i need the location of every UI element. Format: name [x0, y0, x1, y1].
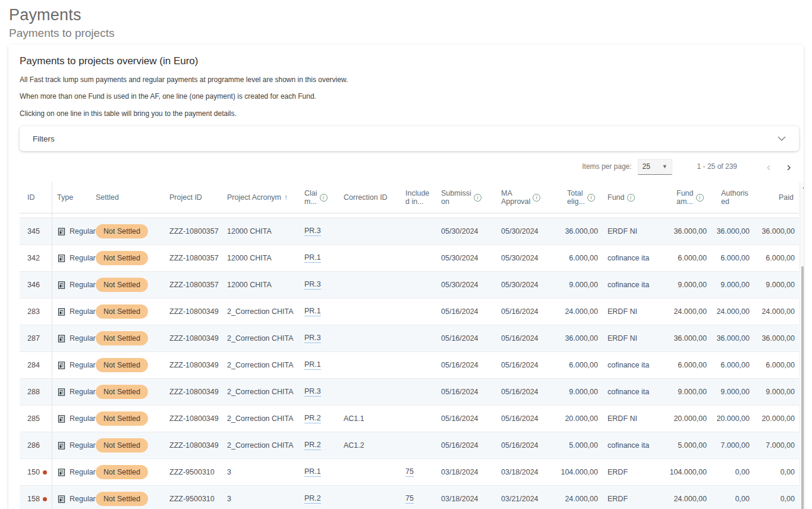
- header-project-id[interactable]: Project ID: [169, 182, 227, 213]
- description-line: All Fast track lump sum payments and reg…: [20, 76, 799, 84]
- table-row[interactable]: 284 Regular Not Settled ZZZ-10800349 2_C…: [20, 352, 799, 379]
- claim-link[interactable]: PR.2: [304, 441, 321, 450]
- table-row[interactable]: 342 Regular Not Settled ZZZ-10800357 120…: [20, 245, 799, 272]
- authorised: 24.000,00: [709, 299, 752, 325]
- table-row[interactable]: 346 Regular Not Settled ZZZ-10800357 120…: [20, 272, 799, 299]
- table-row[interactable]: 345 Regular Not Settled ZZZ-10800357 120…: [20, 218, 799, 245]
- filters-expansion-panel[interactable]: Filters: [20, 126, 799, 151]
- claim-link[interactable]: PR.2: [304, 494, 321, 504]
- claim-link[interactable]: PR.1: [304, 307, 321, 316]
- info-icon[interactable]: i: [587, 194, 595, 202]
- dropdown-arrow-icon: ▼: [662, 164, 668, 169]
- info-icon[interactable]: i: [533, 194, 540, 202]
- paid: 0,00: [752, 486, 797, 509]
- paid: 9.000,00: [752, 379, 797, 405]
- fund: cofinance ita: [600, 432, 667, 458]
- header-authorised[interactable]: Authoris ed: [709, 182, 752, 213]
- project-acronym: 2_Correction CHITA: [227, 325, 304, 351]
- table-row[interactable]: 150 Regular Not Settled ZZZ-9500310 3 PR…: [20, 459, 799, 486]
- next-page-button[interactable]: ›: [779, 156, 799, 177]
- header-claim[interactable]: Clai m... i: [304, 182, 344, 213]
- header-settled[interactable]: Settled: [96, 182, 169, 213]
- fund: cofinance ita: [600, 245, 667, 271]
- header-included-in[interactable]: Include d in...: [405, 182, 441, 213]
- claim-link[interactable]: PR.2: [304, 414, 321, 423]
- info-icon[interactable]: i: [320, 194, 328, 202]
- header-fund[interactable]: Fund i: [600, 182, 667, 213]
- correction-id: [344, 218, 405, 244]
- table-row[interactable]: 158 Regular Not Settled ZZZ-9500310 3 PR…: [20, 486, 799, 509]
- ma-approval-date: 05/16/2024: [501, 406, 558, 432]
- correction-id: [344, 245, 405, 271]
- chevron-down-icon[interactable]: [778, 136, 786, 142]
- claim-link[interactable]: PR.3: [304, 227, 321, 236]
- total-eligible: 20.000,00: [558, 406, 600, 432]
- payments-overview-card: Payments to projects overview (in Euro) …: [8, 45, 804, 509]
- header-total-eligible[interactable]: Total elig... i: [558, 182, 600, 213]
- settled-badge: Not Settled: [96, 304, 148, 319]
- claim-link[interactable]: PR.3: [304, 387, 321, 397]
- authorised: 36.000,00: [709, 218, 752, 244]
- type-label: Regular: [70, 254, 96, 262]
- claim-link[interactable]: PR.3: [304, 334, 321, 343]
- claim-link[interactable]: PR.3: [304, 280, 321, 290]
- header-type[interactable]: Type: [52, 182, 96, 213]
- table-row[interactable]: 286 Regular Not Settled ZZZ-10800349 2_C…: [20, 432, 799, 459]
- scrollbar-thumb[interactable]: [801, 266, 804, 509]
- included-in-link[interactable]: 75: [405, 467, 414, 477]
- claim-link[interactable]: PR.1: [304, 467, 321, 477]
- settled-badge: Not Settled: [96, 438, 148, 453]
- project-id: ZZZ-10800349: [169, 352, 227, 378]
- fund: cofinance ita: [600, 352, 667, 378]
- header-paid[interactable]: Paid: [752, 182, 797, 213]
- claim-link[interactable]: PR.1: [304, 360, 321, 370]
- row-id: 286: [27, 441, 40, 450]
- claim-link[interactable]: PR.1: [304, 253, 321, 263]
- filters-label: Filters: [33, 134, 55, 143]
- settled-badge: Not Settled: [96, 278, 148, 292]
- fund-amount: 104.000,00: [667, 459, 709, 485]
- paid: 9.000,00: [752, 272, 797, 298]
- info-icon[interactable]: i: [474, 194, 481, 202]
- type-label: Regular: [70, 468, 96, 476]
- receipt-icon: [57, 334, 66, 343]
- previous-page-button[interactable]: ‹: [759, 156, 779, 177]
- settled-badge: Not Settled: [96, 251, 148, 265]
- receipt-icon: [57, 441, 66, 450]
- authorised: 6.000,00: [709, 245, 752, 271]
- fund-amount: 6.000,00: [667, 352, 709, 378]
- row-id: 158: [27, 495, 40, 503]
- settled-badge: Not Settled: [96, 224, 148, 238]
- project-acronym: 2_Correction CHITA: [227, 406, 304, 432]
- authorised: 20.000,00: [709, 406, 752, 432]
- header-correction-id[interactable]: Correction ID: [344, 182, 405, 213]
- header-fund-amount[interactable]: Fund am... i: [667, 182, 709, 213]
- receipt-icon: [57, 468, 66, 477]
- type-label: Regular: [70, 414, 96, 423]
- page-size-select[interactable]: 25 ▼: [638, 159, 672, 175]
- vertical-scrollbar[interactable]: ▲: [800, 182, 804, 509]
- table-row[interactable]: 287 Regular Not Settled ZZZ-10800349 2_C…: [20, 325, 799, 352]
- table-row[interactable]: 283 Regular Not Settled ZZZ-10800349 2_C…: [20, 299, 799, 325]
- scroll-up-button[interactable]: ▲: [800, 182, 804, 191]
- project-id: ZZZ-10800349: [169, 325, 227, 351]
- card-title: Payments to projects overview (in Euro): [20, 55, 799, 67]
- info-icon[interactable]: i: [696, 194, 704, 202]
- paid: 7.000,00: [752, 432, 797, 458]
- type-label: Regular: [70, 388, 96, 396]
- page-title: Payments: [9, 6, 812, 24]
- header-submission[interactable]: Submissi on i: [441, 182, 501, 213]
- table-row[interactable]: 288 Regular Not Settled ZZZ-10800349 2_C…: [20, 379, 799, 406]
- info-icon[interactable]: i: [627, 194, 635, 202]
- paginator: Items per page: 25 ▼ 1 - 25 of 239 ‹ ›: [20, 151, 799, 182]
- correction-id: AC1.1: [344, 406, 405, 432]
- table-row[interactable]: 285 Regular Not Settled ZZZ-10800349 2_C…: [20, 406, 799, 432]
- header-project-acronym[interactable]: Project Acronym ↑: [227, 182, 304, 213]
- header-id[interactable]: ID: [20, 182, 52, 213]
- project-id: ZZZ-10800349: [169, 379, 227, 405]
- submission-date: 05/16/2024: [441, 379, 501, 405]
- alert-dot-icon: [43, 470, 47, 475]
- header-ma-approval[interactable]: MA Approval i: [501, 182, 558, 213]
- included-in-link[interactable]: 75: [405, 494, 414, 504]
- authorised: 9.000,00: [709, 379, 752, 405]
